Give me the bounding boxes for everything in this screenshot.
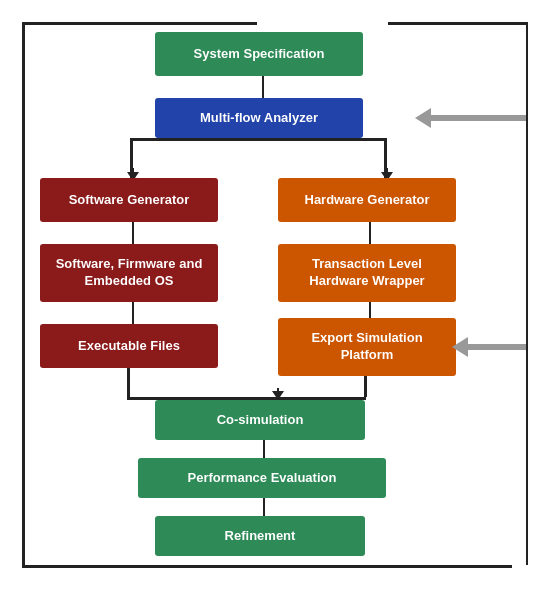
vline-exec-cosim — [127, 368, 130, 398]
vline-exportsim-cosim — [364, 376, 367, 397]
right-border-line — [526, 22, 529, 565]
bottom-border-line — [22, 565, 512, 568]
perf-eval-box: Performance Evaluation — [138, 458, 386, 498]
gray-line-1 — [431, 115, 526, 121]
arrow-line-2 — [132, 222, 135, 244]
export-sim-box: Export Simulation Platform — [278, 318, 456, 376]
cosim-label: Co-simulation — [217, 412, 304, 429]
hardware-gen-box: Hardware Generator — [278, 178, 456, 222]
gray-head-2 — [452, 337, 468, 357]
multi-flow-label: Multi-flow Analyzer — [200, 110, 318, 127]
diagram-container: System Specification Multi-flow Analyzer… — [0, 0, 550, 595]
system-spec-label: System Specification — [194, 46, 325, 63]
sw-firmware-label: Software, Firmware and Embedded OS — [50, 256, 208, 290]
top-right-line — [388, 22, 528, 25]
top-left-line — [22, 22, 257, 25]
software-gen-box: Software Generator — [40, 178, 218, 222]
software-gen-label: Software Generator — [69, 192, 190, 209]
arrow-line-3 — [369, 222, 372, 244]
exec-files-box: Executable Files — [40, 324, 218, 368]
exec-files-label: Executable Files — [78, 338, 180, 355]
gray-arrow-exportsim — [452, 337, 526, 357]
gray-arrow-multiflow — [415, 108, 526, 128]
arrow-to-cosim — [272, 388, 284, 400]
tx-hw-wrapper-box: Transaction Level Hardware Wrapper — [278, 244, 456, 302]
refinement-label: Refinement — [225, 528, 296, 545]
arrow-head-cosim — [272, 391, 284, 400]
arrow-line-1 — [262, 76, 265, 98]
gray-head-1 — [415, 108, 431, 128]
gray-line-2 — [468, 344, 526, 350]
sw-firmware-box: Software, Firmware and Embedded OS — [40, 244, 218, 302]
multi-flow-box: Multi-flow Analyzer — [155, 98, 363, 138]
export-sim-label: Export Simulation Platform — [288, 330, 446, 364]
perf-eval-label: Performance Evaluation — [188, 470, 337, 487]
arrow-line-7 — [263, 498, 266, 516]
hardware-gen-label: Hardware Generator — [305, 192, 430, 209]
cosim-box: Co-simulation — [155, 400, 365, 440]
left-border-line — [22, 22, 25, 565]
arrow-line-4 — [132, 302, 135, 324]
system-spec-box: System Specification — [155, 32, 363, 76]
hline-multiflow-right — [258, 138, 386, 141]
refinement-box: Refinement — [155, 516, 365, 556]
tx-hw-wrapper-label: Transaction Level Hardware Wrapper — [288, 256, 446, 290]
hline-multiflow-left — [130, 138, 258, 141]
arrow-line-6 — [263, 440, 266, 458]
